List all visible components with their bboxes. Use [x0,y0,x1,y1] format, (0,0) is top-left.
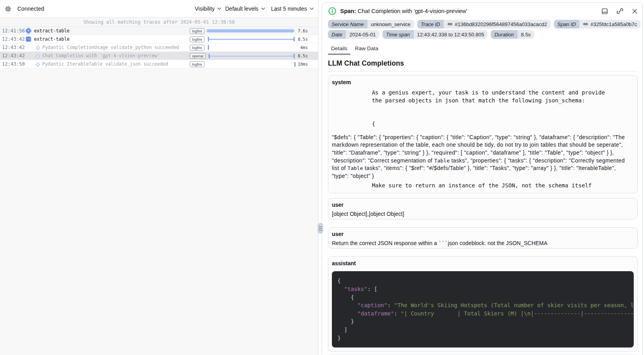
trace-row[interactable]: 12:43:42Chat Completion with 'gpt-4-visi… [0,52,318,60]
inline-code: Table [434,158,450,164]
message-role: user [332,231,634,238]
trace-row[interactable]: 12:43:50Pydantic IterableTable validate_… [0,60,318,68]
duration-bar [207,29,294,32]
trace-row-timestamp: 12:41:56 [2,27,25,35]
code-line: { [337,277,628,285]
scope-tag: logfire [190,45,205,51]
code-line: "tasks": [ [337,285,628,293]
span-diamond-icon[interactable] [36,54,40,59]
link-icon [447,21,453,27]
code-line: { [337,293,628,302]
trace-row-duration: 8.5s [298,52,308,60]
connection-status: Connected [5,6,44,12]
detail-tabs: DetailsRaw Data [328,44,638,55]
section-title: LLM Chat Completions [328,60,638,67]
badge-label: Time span [382,30,414,39]
badge-label: Service Name [328,20,367,28]
duration-bar-tick [294,62,296,67]
message-user-2: user Return the correct JSON response wi… [328,227,638,249]
metadata-badge[interactable]: Trace ID#136bd8320296f564897456a033acacd… [417,20,550,28]
trace-row-duration: 10ms [298,60,308,68]
tab-raw-data[interactable]: Raw Data [352,44,381,55]
trace-row-timestamp: 12:43:42 [2,35,25,43]
info-icon [328,7,337,15]
message-assistant: assistant { "tasks": [ { "caption": "The… [328,256,638,351]
duration-bar-tick [209,54,210,59]
trace-row-duration: 7.6s [298,27,308,35]
trace-row-name: extract-table [34,35,70,43]
message-role: user [332,202,634,208]
system-prompt-intro: As a genius expert, your task is to unde… [332,89,634,128]
badge-value: #136bd8320296f564897456a033acacd2 [444,20,551,28]
user-message-text: [object Object],[object Object] [332,211,634,217]
badge-row-1: Service Nameunknown_serviceTrace ID#136b… [328,20,638,28]
message-role: assistant [332,260,634,267]
badge-value: 12:43:42.338 to 12:43:50.805 [414,30,488,39]
trace-row-name: Pydantic CompletionUsage validate_python… [42,43,179,51]
trace-row[interactable]: 12:43:42Pydantic CompletionUsage validat… [0,43,318,52]
duration-bar-tick [294,54,295,59]
trace-row[interactable]: 12:43:42−extract-tablelogfire8.5s [0,35,318,43]
message-system: system As a genius expert, your task is … [328,75,638,193]
badge-label: Trace ID [417,20,444,28]
chevron-down-icon [217,8,221,10]
close-icon[interactable] [632,8,638,14]
dock-panel-icon[interactable] [601,8,608,15]
tab-details[interactable]: Details [328,44,350,55]
scope-tag: logfire [190,61,205,67]
span-detail-panel: Span: Chat Completion with 'gpt-4-vision… [322,2,643,355]
assistant-json-code: { "tasks": [ { "caption": "The World's S… [332,271,634,347]
collapse-square-icon[interactable]: − [26,37,31,42]
duration-bar [208,39,295,40]
trace-row[interactable]: 12:41:56+extract-tablelogfire7.6s [0,27,318,35]
trace-row-name: extract-table [34,27,70,35]
duration-bar-tick [294,37,295,42]
badge-value: unknown_service [367,20,414,28]
scope-tag: logfire [190,28,205,34]
span-diamond-icon[interactable] [36,62,40,67]
expand-diamond-icon[interactable]: + [26,28,31,33]
chevron-down-icon [310,8,314,10]
trace-row-timestamp: 12:43:42 [2,43,25,51]
trace-row-timestamp: 12:43:50 [2,60,25,68]
message-user-1: user [object Object],[object Object] [328,198,638,219]
toolbar-divider [266,0,267,17]
system-prompt-outro: Make sure to return an instance of the J… [332,182,634,190]
badge-label: Duration [491,30,517,39]
inline-code: Table [348,165,363,171]
span-title: Span: Chat Completion with 'gpt-4-vision… [340,8,467,14]
span-diamond-icon[interactable] [36,45,40,50]
chevron-down-icon [261,8,265,10]
code-line: "caption": "The World's Skiing Hotspots … [337,301,628,310]
text-segment: tasks", "items": { "$ref": "#/$defs/Tabl… [332,165,616,179]
code-line: "dataframe": "| Country | Total Skiers (… [337,310,628,318]
badge-value: 2024-05-01 [346,30,379,39]
link-icon[interactable] [616,8,623,15]
traces-filter-status: Showing all matching traces after 2024-0… [0,18,318,27]
text-segment: Return the correct JSON response within … [332,240,439,246]
default-levels-menu[interactable]: Default levels [225,0,265,17]
metadata-badge: Service Nameunknown_service [328,20,414,28]
gear-icon[interactable] [5,6,11,12]
duration-bar-tick [208,37,209,42]
trace-toolbar: Connected Visibility Default levels Last… [0,0,318,18]
drag-dots-icon [319,226,322,231]
inline-code: ``` [439,240,448,246]
badge-label: Date [328,30,346,39]
duration-bar-tick [208,45,209,50]
panel-resize-handle[interactable] [318,223,323,234]
time-range-menu[interactable]: Last 5 minutes [271,0,314,17]
badge-label: Span ID [554,20,580,28]
json-schema-text: "$defs": { "Table": { "properties": { "c… [332,134,634,180]
badge-row-2: Date2024-05-01Time span12:43:42.338 to 1… [328,30,638,39]
duration-bar [209,56,295,57]
metadata-badge[interactable]: Span ID#325fdc1a585a0b7c [554,20,641,28]
text-segment: [object Object],[object Object] [332,211,404,217]
text-segment: json codeblock. not the JSON_SCHEMA [448,240,548,246]
code-line: } [337,334,628,342]
scope-tag: logfire [190,36,205,42]
section-divider [328,71,638,72]
connection-status-label: Connected [17,6,44,12]
visibility-menu[interactable]: Visibility [195,0,221,17]
link-icon [583,21,588,27]
